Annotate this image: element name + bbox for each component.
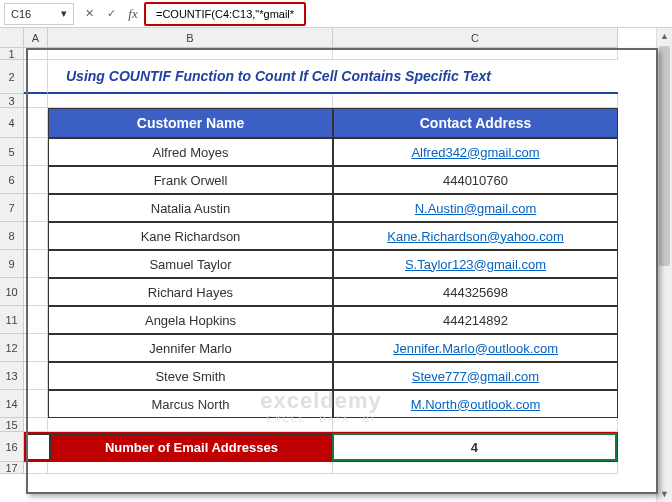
select-all-corner[interactable] [0, 28, 24, 48]
contact-link[interactable]: Jennifer.Marlo@outlook.com [393, 341, 558, 356]
cell[interactable] [48, 48, 333, 60]
cell[interactable] [24, 108, 48, 138]
cell[interactable] [24, 60, 48, 94]
table-row-name[interactable]: Kane Richardson [48, 222, 333, 250]
cell[interactable] [333, 418, 618, 432]
row-header-8[interactable]: 8 [0, 222, 24, 250]
cell[interactable] [24, 222, 48, 250]
scroll-track[interactable] [657, 268, 672, 486]
cell[interactable] [333, 48, 618, 60]
table-row-name[interactable]: Steve Smith [48, 362, 333, 390]
col-header-c[interactable]: C [333, 28, 618, 48]
cell[interactable] [24, 418, 48, 432]
contact-link[interactable]: N.Austin@gmail.com [415, 201, 537, 216]
contact-link[interactable]: M.North@outlook.com [411, 397, 541, 412]
cell[interactable] [24, 306, 48, 334]
cell[interactable] [48, 94, 333, 108]
cell[interactable] [24, 362, 48, 390]
column-headers: A B C [24, 28, 618, 48]
contact-link[interactable]: Steve777@gmail.com [412, 369, 539, 384]
result-label[interactable]: Number of Email Addresses [50, 434, 333, 460]
result-value-cell[interactable]: 4 [333, 434, 616, 460]
table-header-contact[interactable]: Contact Address [333, 108, 618, 138]
row-header-6[interactable]: 6 [0, 166, 24, 194]
row-header-15[interactable]: 15 [0, 418, 24, 432]
table-row-name[interactable]: Alfred Moyes [48, 138, 333, 166]
row-header-1[interactable]: 1 [0, 48, 24, 60]
row-header-5[interactable]: 5 [0, 138, 24, 166]
table-row-contact[interactable]: Alfred342@gmail.com [333, 138, 618, 166]
table-row-name[interactable]: Jennifer Marlo [48, 334, 333, 362]
formula-cancel-icon[interactable]: ✕ [78, 3, 100, 25]
row-header-11[interactable]: 11 [0, 306, 24, 334]
row-headers: 1 2 3 4 5 6 7 8 9 10 11 12 13 14 15 16 1… [0, 48, 24, 474]
cell[interactable] [333, 94, 618, 108]
table-row-name[interactable]: Natalia Austin [48, 194, 333, 222]
title-cell[interactable]: Using COUNTIF Function to Count If Cell … [48, 60, 618, 94]
table-row-contact[interactable]: Steve777@gmail.com [333, 362, 618, 390]
table-row-name[interactable]: Richard Hayes [48, 278, 333, 306]
table-row-name[interactable]: Marcus North [48, 390, 333, 418]
scroll-thumb[interactable] [659, 46, 670, 266]
cell[interactable] [48, 418, 333, 432]
cell[interactable] [24, 94, 48, 108]
table-row-contact[interactable]: 444325698 [333, 278, 618, 306]
row-header-7[interactable]: 7 [0, 194, 24, 222]
table-row-contact[interactable]: 444010760 [333, 166, 618, 194]
scroll-up-icon[interactable]: ▲ [657, 28, 672, 44]
cell[interactable] [24, 278, 48, 306]
row-header-12[interactable]: 12 [0, 334, 24, 362]
cell[interactable] [48, 462, 333, 474]
cell[interactable] [24, 250, 48, 278]
row-header-14[interactable]: 14 [0, 390, 24, 418]
row-header-3[interactable]: 3 [0, 94, 24, 108]
vertical-scrollbar[interactable]: ▲ ▼ [656, 28, 672, 502]
formula-accept-icon[interactable]: ✓ [100, 3, 122, 25]
row-header-16[interactable]: 16 [0, 432, 24, 462]
row-header-9[interactable]: 9 [0, 250, 24, 278]
name-box-value: C16 [11, 8, 31, 20]
col-header-b[interactable]: B [48, 28, 333, 48]
cell[interactable] [24, 138, 48, 166]
contact-link[interactable]: S.Taylor123@gmail.com [405, 257, 546, 272]
formula-highlight [144, 2, 306, 26]
cell[interactable] [24, 194, 48, 222]
formula-bar: C16 ▾ ✕ ✓ fx [0, 0, 672, 28]
table-row-name[interactable]: Frank Orwell [48, 166, 333, 194]
row-header-4[interactable]: 4 [0, 108, 24, 138]
table-row-contact[interactable]: N.Austin@gmail.com [333, 194, 618, 222]
table-row-name[interactable]: Samuel Taylor [48, 250, 333, 278]
cell[interactable] [24, 462, 48, 474]
fx-icon[interactable]: fx [122, 3, 144, 25]
col-header-a[interactable]: A [24, 28, 48, 48]
table-row-name[interactable]: Angela Hopkins [48, 306, 333, 334]
scroll-down-icon[interactable]: ▼ [657, 486, 672, 502]
cell[interactable] [24, 390, 48, 418]
cell[interactable] [24, 166, 48, 194]
formula-input[interactable] [150, 3, 300, 25]
cell[interactable] [24, 334, 48, 362]
cells-area: Using COUNTIF Function to Count If Cell … [24, 48, 618, 474]
row-header-10[interactable]: 10 [0, 278, 24, 306]
cell[interactable] [26, 434, 50, 460]
table-row-contact[interactable]: Kane.Richardson@yahoo.com [333, 222, 618, 250]
table-header-name[interactable]: Customer Name [48, 108, 333, 138]
page-title: Using COUNTIF Function to Count If Cell … [66, 68, 491, 84]
table-row-contact[interactable]: Jennifer.Marlo@outlook.com [333, 334, 618, 362]
contact-link[interactable]: Alfred342@gmail.com [411, 145, 539, 160]
row-header-2[interactable]: 2 [0, 60, 24, 94]
table-row-contact[interactable]: S.Taylor123@gmail.com [333, 250, 618, 278]
row-header-17[interactable]: 17 [0, 462, 24, 474]
contact-link[interactable]: Kane.Richardson@yahoo.com [387, 229, 564, 244]
row-header-13[interactable]: 13 [0, 362, 24, 390]
name-box[interactable]: C16 ▾ [4, 3, 74, 25]
name-box-dropdown-icon[interactable]: ▾ [61, 7, 67, 20]
table-row-contact[interactable]: 444214892 [333, 306, 618, 334]
cell[interactable] [24, 48, 48, 60]
cell[interactable] [333, 462, 618, 474]
table-row-contact[interactable]: M.North@outlook.com [333, 390, 618, 418]
